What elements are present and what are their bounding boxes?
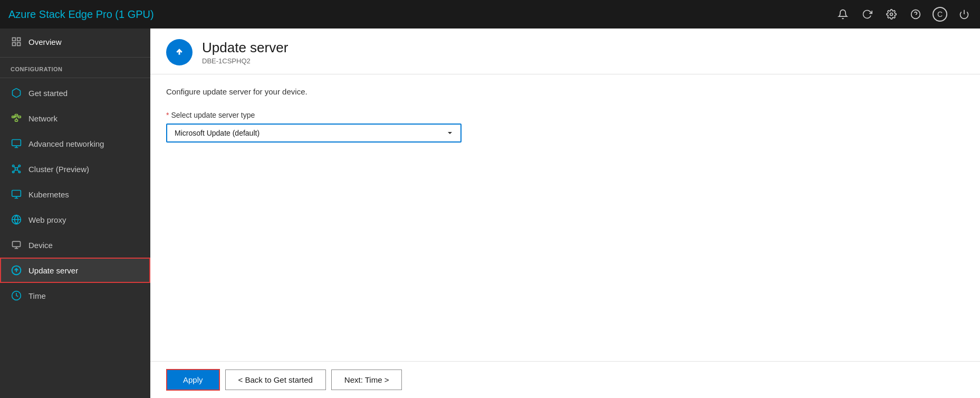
svg-rect-5: [17, 38, 21, 41]
kubernetes-label: Kubernetes: [28, 190, 69, 199]
update-server-icon: [11, 264, 22, 276]
power-icon[interactable]: [957, 7, 972, 22]
form-group-server-type: * Select update server type Microsoft Up…: [166, 111, 964, 143]
device-label: Device: [28, 241, 53, 250]
svg-line-26: [17, 167, 19, 168]
page-title: Update server: [202, 40, 288, 56]
form-label-text: Select update server type: [171, 111, 255, 119]
settings-icon[interactable]: [884, 7, 899, 22]
overview-icon: [11, 36, 22, 48]
kubernetes-icon: [11, 188, 22, 200]
refresh-icon[interactable]: [860, 7, 875, 22]
sidebar: Overview CONFIGURATION Get started: [0, 29, 150, 398]
required-star: *: [166, 111, 169, 119]
svg-point-24: [18, 171, 20, 173]
page-subtitle: DBE-1CSPHQ2: [202, 57, 288, 65]
sidebar-item-cluster[interactable]: Cluster (Preview): [0, 156, 150, 182]
svg-line-25: [14, 167, 15, 168]
web-proxy-icon: [11, 214, 22, 225]
sidebar-item-device[interactable]: Device: [0, 232, 150, 258]
svg-rect-4: [13, 38, 16, 41]
user-icon[interactable]: C: [933, 7, 947, 22]
sidebar-section-config: CONFIGURATION: [0, 60, 150, 75]
svg-rect-11: [15, 120, 18, 121]
next-button[interactable]: Next: Time >: [331, 369, 402, 390]
get-started-label: Get started: [28, 89, 68, 98]
page-footer: Apply < Back to Get started Next: Time >: [150, 361, 980, 398]
sidebar-item-web-proxy[interactable]: Web proxy: [0, 207, 150, 232]
cluster-icon: [11, 163, 22, 175]
sidebar-divider: [0, 57, 150, 58]
time-label: Time: [28, 291, 46, 300]
form-label: * Select update server type: [166, 111, 964, 119]
update-server-label: Update server: [28, 266, 78, 275]
web-proxy-label: Web proxy: [28, 215, 66, 224]
svg-point-22: [18, 165, 20, 167]
sidebar-item-kubernetes[interactable]: Kubernetes: [0, 182, 150, 207]
svg-rect-6: [17, 43, 21, 46]
content-area: Update server DBE-1CSPHQ2 Configure upda…: [150, 29, 980, 398]
overview-label: Overview: [28, 37, 62, 46]
svg-point-23: [13, 171, 14, 173]
sidebar-divider-2: [0, 78, 150, 78]
page-header: Update server DBE-1CSPHQ2: [150, 29, 980, 74]
sidebar-item-update-server[interactable]: Update server: [0, 258, 150, 283]
page-header-icon: [166, 39, 193, 65]
bell-icon[interactable]: [835, 7, 850, 22]
svg-rect-29: [12, 191, 21, 197]
help-icon[interactable]: [908, 7, 923, 22]
time-icon: [11, 290, 22, 301]
server-type-select[interactable]: Microsoft Update (default) Custom WSUS s…: [166, 124, 462, 143]
page-body: Configure update server for your device.…: [150, 74, 980, 361]
back-button[interactable]: < Back to Get started: [225, 369, 326, 390]
device-icon: [11, 239, 22, 251]
advanced-networking-label: Advanced networking: [28, 139, 104, 148]
sidebar-item-advanced-networking[interactable]: Advanced networking: [0, 131, 150, 156]
sidebar-item-get-started[interactable]: Get started: [0, 80, 150, 106]
svg-line-27: [14, 170, 15, 172]
svg-rect-7: [13, 43, 16, 46]
svg-point-0: [890, 13, 893, 16]
apply-button[interactable]: Apply: [166, 369, 220, 391]
svg-rect-34: [13, 241, 21, 247]
sidebar-item-overview[interactable]: Overview: [0, 29, 150, 55]
svg-rect-17: [12, 140, 21, 146]
network-icon: [11, 112, 22, 124]
sidebar-item-network[interactable]: Network: [0, 106, 150, 131]
svg-rect-9: [18, 116, 21, 118]
topbar-icons: C: [835, 7, 972, 22]
svg-line-28: [17, 170, 19, 172]
main-layout: Overview CONFIGURATION Get started: [0, 29, 980, 398]
cluster-label: Cluster (Preview): [28, 165, 89, 174]
sidebar-item-time[interactable]: Time: [0, 283, 150, 308]
svg-point-21: [13, 165, 14, 167]
advanced-networking-icon: [11, 138, 22, 149]
topbar: Azure Stack Edge Pro (1 GPU): [0, 0, 980, 29]
page-header-text: Update server DBE-1CSPHQ2: [202, 40, 288, 65]
get-started-icon: [11, 87, 22, 99]
app-title: Azure Stack Edge Pro (1 GPU): [8, 8, 835, 21]
page-description: Configure update server for your device.: [166, 87, 964, 96]
network-label: Network: [28, 114, 57, 123]
